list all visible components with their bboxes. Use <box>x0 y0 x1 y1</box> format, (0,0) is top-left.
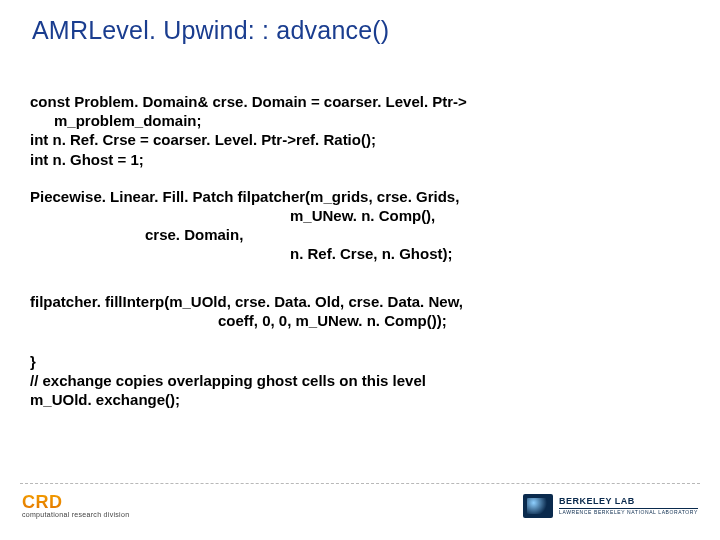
code-line: m_UNew. n. Comp(), <box>30 206 690 225</box>
code-block-1: const Problem. Domain& crse. Domain = co… <box>30 92 690 169</box>
code-line: crse. Domain, <box>30 225 690 244</box>
slide: AMRLevel. Upwind: : advance() const Prob… <box>0 0 720 540</box>
code-line: coeff, 0, 0, m_UNew. n. Comp()); <box>30 311 690 330</box>
page-title: AMRLevel. Upwind: : advance() <box>32 16 389 45</box>
code-line: const Problem. Domain& crse. Domain = co… <box>30 93 467 110</box>
berkeley-lab-main: BERKELEY LAB <box>559 497 698 506</box>
berkeley-lab-logo: BERKELEY LAB LAWRENCE BERKELEY NATIONAL … <box>523 494 698 528</box>
code-line: m_problem_domain; <box>30 111 690 130</box>
code-line: filpatcher. fillInterp(m_UOld, crse. Dat… <box>30 293 463 310</box>
code-line: // exchange copies overlapping ghost cel… <box>30 372 426 389</box>
code-line: Piecewise. Linear. Fill. Patch filpatche… <box>30 188 459 205</box>
crd-logo-text: CRD <box>22 492 63 513</box>
code-line: } <box>30 353 36 370</box>
berkeley-lab-text: BERKELEY LAB LAWRENCE BERKELEY NATIONAL … <box>559 497 698 515</box>
code-line: m_UOld. exchange(); <box>30 391 180 408</box>
code-block-3: filpatcher. fillInterp(m_UOld, crse. Dat… <box>30 292 690 330</box>
berkeley-lab-row: BERKELEY LAB LAWRENCE BERKELEY NATIONAL … <box>523 494 698 518</box>
footer: CRD computational research division BERK… <box>0 484 720 540</box>
code-block-2: Piecewise. Linear. Fill. Patch filpatche… <box>30 187 690 264</box>
code-line: n. Ref. Crse, n. Ghost); <box>30 244 690 263</box>
code-line: int n. Ref. Crse = coarser. Level. Ptr->… <box>30 131 376 148</box>
berkeley-lab-icon <box>523 494 553 518</box>
code-block-4: } // exchange copies overlapping ghost c… <box>30 352 690 410</box>
code-line: int n. Ghost = 1; <box>30 151 144 168</box>
crd-logo-sub: computational research division <box>22 511 132 518</box>
berkeley-lab-sub: LAWRENCE BERKELEY NATIONAL LABORATORY <box>559 508 698 515</box>
crd-logo: CRD computational research division <box>22 492 132 532</box>
code-body: const Problem. Domain& crse. Domain = co… <box>30 92 690 427</box>
